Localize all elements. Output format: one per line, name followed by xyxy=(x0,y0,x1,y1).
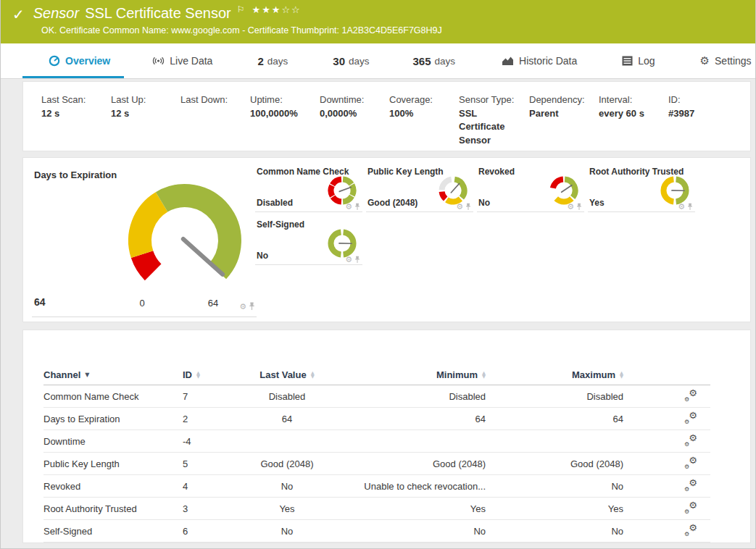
cell-id: -4 xyxy=(183,436,233,447)
gauge-value: No xyxy=(478,198,490,208)
small-gauge xyxy=(437,175,469,206)
gauge-pin-icon[interactable] xyxy=(354,203,360,211)
cell-channel: Root Authority Trusted xyxy=(43,503,183,514)
table-row: Public Key Length 5 Good (2048) Good (20… xyxy=(43,453,710,475)
cell-channel: Days to Expiration xyxy=(43,414,183,424)
info-id: ID:#3987 xyxy=(668,93,738,151)
cell-minimum: 64 xyxy=(341,414,486,424)
tab-label: Live Data xyxy=(170,55,212,67)
cell-channel: Common Name Check xyxy=(43,391,183,402)
gauge-title: Self-Signed xyxy=(257,219,304,230)
sensor-header: ✓ Sensor SSL Certificate Sensor ⚐ ★★★☆☆ … xyxy=(1,0,755,43)
cell-id: 5 xyxy=(183,458,233,469)
gauge-value: Good (2048) xyxy=(367,198,418,208)
sensor-info-panel: Last Scan:12 s Last Up:12 s Last Down: U… xyxy=(22,81,751,151)
tab-settings[interactable]: ⚙ Settings xyxy=(700,54,752,67)
priority-flag-icon[interactable]: ⚐ xyxy=(237,4,245,14)
gauge-settings-gear-icon[interactable]: ⚙ xyxy=(456,203,463,211)
channel-settings-icon[interactable]: ⚙⚙ xyxy=(684,412,697,424)
gauge-revoked[interactable]: Revoked No ⚙ xyxy=(477,163,584,212)
gauge-pin-icon[interactable] xyxy=(687,203,693,211)
tab-label: Log xyxy=(638,55,655,67)
cell-last-value: 64 xyxy=(233,414,341,424)
gauge-common-name-check[interactable]: Common Name Check Disabled ⚙ xyxy=(255,163,362,212)
tab-number: 30 xyxy=(333,55,345,67)
column-header-last-value[interactable]: Last Value▲▼ xyxy=(233,369,341,380)
table-row: Days to Expiration 2 64 64 64 ⚙⚙ xyxy=(43,408,710,430)
gauge-title: Days to Expiration xyxy=(34,169,117,180)
tab-label: days xyxy=(435,56,456,67)
log-icon xyxy=(622,56,633,66)
gauge-settings-gear-icon[interactable]: ⚙ xyxy=(345,203,352,211)
cell-last-value: Good (2048) xyxy=(233,458,341,469)
gauge-pin-icon[interactable] xyxy=(354,256,360,264)
gauge-value: 64 xyxy=(34,296,46,308)
gauge-settings-gear-icon[interactable]: ⚙ xyxy=(239,303,246,311)
cell-maximum: Disabled xyxy=(486,391,623,402)
cell-last-value: No xyxy=(233,481,341,492)
main-gauge xyxy=(112,179,257,295)
table-header-row: Channel▼ ID▲▼ Last Value▲▼ Minimum▲▼ Max… xyxy=(43,365,710,385)
tab-number: 365 xyxy=(413,55,431,67)
cell-minimum: No xyxy=(341,526,486,537)
cell-maximum: Good (2048) xyxy=(486,458,623,469)
cell-minimum: Unable to check revocation... xyxy=(341,481,486,492)
gauge-pin-icon[interactable] xyxy=(249,302,255,311)
gauge-days-to-expiration[interactable]: Days to Expiration 64 0 64 ⚙ xyxy=(32,167,257,317)
gauge-scale-min: 0 xyxy=(133,298,151,309)
gauge-value: Disabled xyxy=(257,198,293,208)
sensor-status-message: OK. Certificate Common Name: www.google.… xyxy=(41,25,442,35)
small-gauge xyxy=(548,175,580,206)
gauge-settings-gear-icon[interactable]: ⚙ xyxy=(567,203,574,211)
tab-2-days[interactable]: 2 days xyxy=(257,55,288,67)
gauge-title: Revoked xyxy=(478,167,515,177)
channel-settings-icon[interactable]: ⚙⚙ xyxy=(684,479,697,491)
sort-icon: ▲▼ xyxy=(311,372,315,379)
info-interval: Interval:every 60 s xyxy=(599,93,668,151)
sort-icon: ▲▼ xyxy=(620,372,623,379)
tab-label: Settings xyxy=(715,55,752,67)
channel-settings-icon[interactable]: ⚙⚙ xyxy=(684,457,697,469)
cell-last-value: No xyxy=(233,526,341,537)
cell-last-value: Yes xyxy=(233,503,341,514)
table-row: Common Name Check 7 Disabled Disabled Di… xyxy=(43,385,710,408)
tab-30-days[interactable]: 30 days xyxy=(333,55,369,67)
cell-minimum: Good (2048) xyxy=(341,458,486,469)
column-header-id[interactable]: ID▲▼ xyxy=(183,369,233,380)
cell-channel: Revoked xyxy=(43,481,183,492)
table-row: Revoked 4 No Unable to check revocation.… xyxy=(43,475,710,498)
channel-settings-icon[interactable]: ⚙⚙ xyxy=(684,524,697,536)
column-header-maximum[interactable]: Maximum▲▼ xyxy=(486,369,623,380)
gauge-root-authority-trusted[interactable]: Root Authority Trusted Yes ⚙ xyxy=(588,163,695,212)
object-kind-label: Sensor xyxy=(33,5,79,22)
tab-log[interactable]: Log xyxy=(622,55,655,67)
channel-settings-icon[interactable]: ⚙⚙ xyxy=(684,502,697,514)
gauge-settings-gear-icon[interactable]: ⚙ xyxy=(345,256,352,264)
gauge-settings-gear-icon[interactable]: ⚙ xyxy=(678,203,685,211)
cell-id: 2 xyxy=(183,414,233,424)
gauge-value: No xyxy=(257,251,268,261)
tab-label: Overview xyxy=(65,55,110,67)
column-header-channel[interactable]: Channel▼ xyxy=(43,369,183,380)
active-tab-underline xyxy=(22,76,124,78)
tab-historic-data[interactable]: Historic Data xyxy=(502,55,577,67)
priority-stars[interactable]: ★★★☆☆ xyxy=(252,4,301,15)
tab-overview[interactable]: Overview xyxy=(49,55,110,67)
info-coverage: Coverage:100% xyxy=(389,93,459,151)
gauge-pin-icon[interactable] xyxy=(465,203,471,211)
cell-channel: Downtime xyxy=(43,436,183,447)
tab-365-days[interactable]: 365 days xyxy=(413,55,456,67)
table-row: Self-Signed 6 No No No ⚙⚙ xyxy=(43,520,710,542)
gauge-pin-icon[interactable] xyxy=(576,203,582,211)
cell-maximum: 64 xyxy=(486,414,623,424)
table-row: Downtime -4 ⚙⚙ xyxy=(43,430,710,453)
gauge-public-key-length[interactable]: Public Key Length Good (2048) ⚙ xyxy=(366,163,473,212)
tab-live-data[interactable]: Live Data xyxy=(152,55,212,67)
gauge-self-signed[interactable]: Self-Signed No ⚙ xyxy=(255,216,362,265)
cell-minimum: Disabled xyxy=(341,391,486,402)
channel-settings-icon[interactable]: ⚙⚙ xyxy=(684,435,697,446)
channel-settings-icon[interactable]: ⚙⚙ xyxy=(684,390,697,401)
column-header-minimum[interactable]: Minimum▲▼ xyxy=(341,369,486,380)
tab-label: days xyxy=(349,56,370,67)
tab-number: 2 xyxy=(257,55,263,67)
